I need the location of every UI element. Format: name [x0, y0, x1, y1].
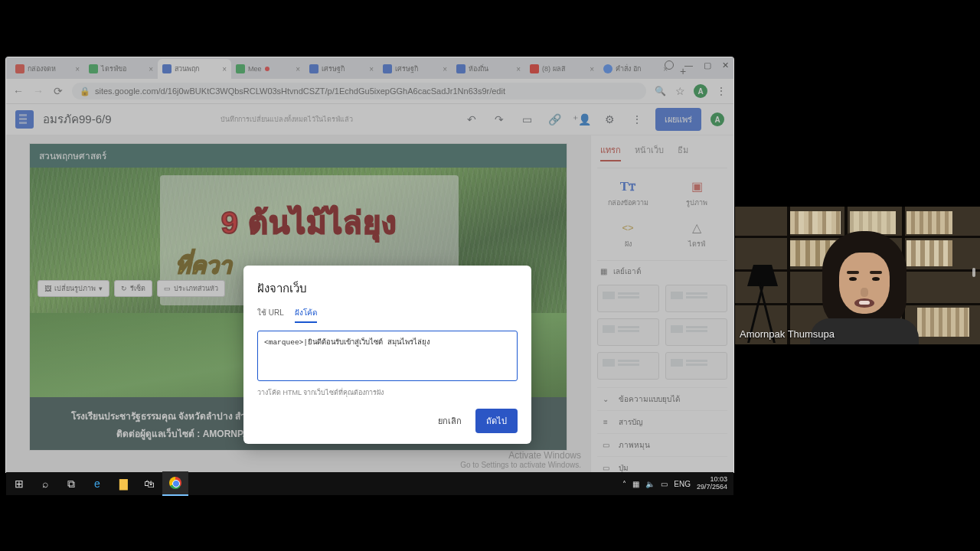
network-icon[interactable]: ▦ — [632, 480, 639, 488]
start-button[interactable]: ⊞ — [6, 472, 32, 495]
system-tray: ˄ ▦ 🔈 ▭ ENG 10:0329/7/2564 — [622, 476, 733, 491]
webcam-overlay: Amornpak Thumsupa — [735, 207, 980, 344]
language-indicator[interactable]: ENG — [674, 480, 691, 488]
search-button[interactable]: ⌕ — [32, 472, 58, 495]
volume-icon[interactable]: 🔈 — [645, 480, 655, 488]
tray-chevron-icon[interactable]: ˄ — [622, 480, 626, 488]
browser-window: กล่องจดห× ไดรฟ์ขอ× สวนพฤก× Mee× เศรษฐกิ×… — [6, 57, 733, 472]
taskview-button[interactable]: ⧉ — [58, 472, 84, 495]
modal-hint: วางโค้ด HTML จากเว็บไซต์ที่คุณต้องการฝัง — [257, 387, 518, 398]
explorer-icon[interactable]: ▇ — [110, 472, 136, 495]
embed-code-textarea[interactable] — [257, 331, 518, 381]
chrome-icon[interactable] — [162, 471, 188, 496]
modal-tab-code[interactable]: ฝังโค้ด — [295, 307, 317, 323]
cancel-button[interactable]: ยกเลิก — [432, 409, 468, 432]
embed-modal: ฝังจากเว็บ ใช้ URL ฝังโค้ด วางโค้ด HTML … — [243, 266, 531, 444]
store-icon[interactable]: 🛍 — [136, 472, 162, 495]
presenter-name: Amornpak Thumsupa — [740, 328, 835, 340]
modal-title: ฝังจากเว็บ — [257, 279, 518, 298]
next-button[interactable]: ถัดไป — [475, 409, 518, 433]
notifications-icon[interactable]: ▭ — [661, 480, 668, 488]
edge-icon[interactable]: e — [84, 472, 110, 495]
taskbar: ⊞ ⌕ ⧉ e ▇ 🛍 ˄ ▦ 🔈 ▭ ENG 10:0329/7/2564 — [6, 472, 733, 495]
clock[interactable]: 10:0329/7/2564 — [697, 476, 727, 491]
presenter-figure — [807, 227, 922, 344]
modal-tab-url[interactable]: ใช้ URL — [257, 307, 284, 323]
